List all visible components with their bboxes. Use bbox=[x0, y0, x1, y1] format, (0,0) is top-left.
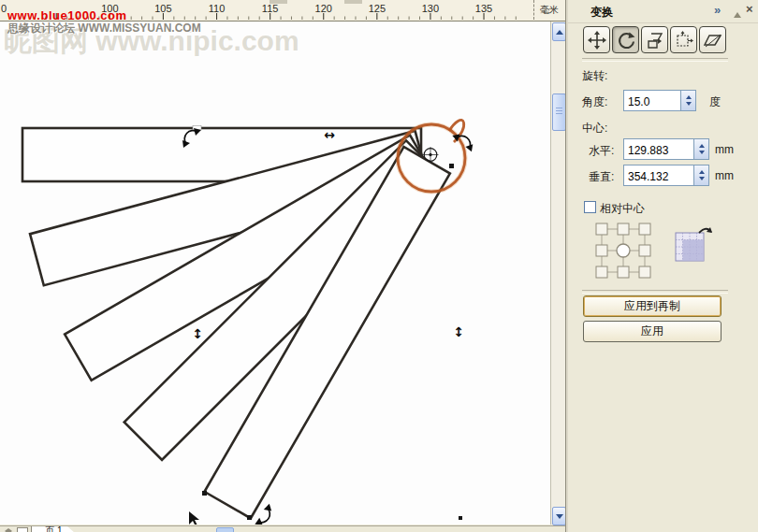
scale-mirror-tool-button[interactable] bbox=[641, 26, 668, 53]
vertical-scrollbar[interactable] bbox=[550, 21, 566, 525]
spinner-down-icon[interactable] bbox=[681, 101, 695, 111]
ruler-number: 135 bbox=[475, 3, 492, 14]
skew-handle-icon[interactable]: ↔ bbox=[324, 127, 335, 142]
skew-handle-icon[interactable]: ↕ bbox=[192, 326, 203, 341]
vertical-label: 垂直: bbox=[589, 169, 614, 185]
ruler-number: 125 bbox=[369, 3, 386, 14]
page-navigator-bar[interactable]: 页 1 bbox=[0, 525, 565, 532]
transform-docker: 变换 » × bbox=[568, 0, 758, 532]
dock-collapse-icon[interactable]: » bbox=[714, 3, 721, 17]
spinner-up-icon[interactable] bbox=[681, 91, 695, 101]
selection-handle[interactable] bbox=[449, 164, 454, 168]
angle-unit-label: 度 bbox=[709, 94, 721, 110]
anchor-right[interactable] bbox=[639, 245, 650, 256]
transform-tool-row bbox=[583, 26, 726, 53]
anchor-top-left[interactable] bbox=[596, 223, 607, 235]
rotation-anchor-grid[interactable] bbox=[589, 220, 658, 281]
angle-label: 角度: bbox=[582, 94, 607, 110]
prev-page-icon[interactable] bbox=[2, 528, 8, 532]
docker-header: 变换 » × bbox=[568, 0, 758, 23]
position-tool-button[interactable] bbox=[583, 26, 610, 53]
spinner-up-icon[interactable] bbox=[694, 139, 708, 150]
relative-center-checkbox[interactable] bbox=[584, 201, 596, 213]
scroll-up-button[interactable] bbox=[552, 22, 566, 41]
ruler-number: 120 bbox=[315, 3, 332, 14]
vertical-field bbox=[623, 165, 709, 186]
size-tool-button[interactable] bbox=[670, 26, 697, 53]
skew-icon bbox=[703, 30, 723, 50]
ruler-number: 110 bbox=[209, 3, 226, 14]
horizontal-input[interactable] bbox=[624, 139, 693, 159]
selection-handle[interactable] bbox=[202, 491, 207, 496]
anchor-bottom[interactable] bbox=[618, 266, 629, 278]
anchor-bottom-left[interactable] bbox=[596, 266, 607, 278]
anchor-bottom-right[interactable] bbox=[639, 266, 650, 278]
horizontal-field bbox=[623, 138, 709, 160]
separator bbox=[582, 58, 728, 62]
vertical-unit-label: mm bbox=[715, 169, 734, 182]
selection-handle[interactable] bbox=[247, 515, 252, 520]
spinner-down-icon[interactable] bbox=[694, 176, 708, 186]
anchor-left[interactable] bbox=[596, 245, 607, 256]
apply-button[interactable]: 应用 bbox=[583, 321, 722, 342]
selection-handle[interactable] bbox=[459, 516, 462, 520]
page-tab[interactable]: 页 1 bbox=[31, 526, 76, 532]
scrollbar-thumb[interactable] bbox=[552, 93, 566, 131]
move-icon bbox=[587, 30, 607, 50]
angle-field bbox=[623, 90, 696, 111]
dock-close-icon[interactable]: × bbox=[746, 2, 753, 16]
anchor-top[interactable] bbox=[618, 223, 629, 235]
angle-input[interactable] bbox=[624, 91, 680, 110]
watermark-missyuan: 思缘设计论坛 WWW.MISSYUAN.COM bbox=[7, 21, 201, 36]
skew-handle-icon[interactable]: ↕ bbox=[453, 324, 464, 339]
chevron-up-icon bbox=[556, 26, 563, 35]
app-window: { "watermarks": { "red": "www.blue1000.c… bbox=[0, 0, 758, 532]
size-icon bbox=[674, 30, 694, 50]
angle-spinner bbox=[680, 91, 695, 110]
toolbar-stub bbox=[344, 0, 362, 4]
horizontal-label: 水平: bbox=[589, 143, 614, 159]
rotate-tool-button[interactable] bbox=[612, 26, 639, 53]
horizontal-spinner bbox=[693, 139, 708, 159]
copies-grid-icon bbox=[673, 224, 716, 266]
center-section-label: 中心: bbox=[582, 121, 607, 137]
watermark-blue1000: www.blue1000.com bbox=[7, 8, 126, 22]
scroll-down-button[interactable] bbox=[552, 507, 566, 525]
docker-title: 变换 bbox=[590, 5, 613, 21]
skew-tool-button[interactable] bbox=[699, 26, 726, 53]
add-page-icon[interactable] bbox=[17, 527, 28, 532]
drawing-canvas[interactable]: ↔↕↕ bbox=[0, 21, 550, 525]
chevron-down-icon bbox=[556, 514, 563, 523]
rotation-section-label: 旋转: bbox=[582, 68, 607, 84]
dock-rollup-icon[interactable] bbox=[734, 8, 741, 18]
separator bbox=[582, 290, 728, 294]
anchor-top-right[interactable] bbox=[639, 223, 650, 235]
ruler-unit-label: 毫米 bbox=[540, 4, 559, 17]
relative-center-label: 相对中心 bbox=[600, 201, 645, 217]
anchor-center-selected[interactable] bbox=[617, 244, 630, 257]
next-page-icon[interactable] bbox=[8, 528, 15, 532]
spinner-down-icon[interactable] bbox=[694, 150, 708, 160]
ruler-number: 115 bbox=[262, 3, 279, 14]
apply-to-duplicate-button[interactable]: 应用到再制 bbox=[583, 295, 722, 317]
scale-mirror-icon bbox=[645, 30, 665, 50]
ruler-number: 130 bbox=[422, 3, 439, 14]
horizontal-scroll-button[interactable] bbox=[216, 527, 234, 532]
mouse-cursor bbox=[189, 511, 199, 525]
vertical-spinner bbox=[693, 165, 708, 185]
ruler-number: 105 bbox=[154, 3, 171, 14]
ruler-origin-label: 0 bbox=[1, 3, 7, 14]
spinner-up-icon[interactable] bbox=[694, 165, 708, 176]
vertical-input[interactable] bbox=[624, 165, 693, 185]
rotate-icon bbox=[616, 30, 636, 50]
toolbar-stub bbox=[270, 0, 287, 4]
fan-drawing: ↔↕↕ bbox=[0, 21, 550, 525]
ruler-divider bbox=[533, 0, 534, 20]
horizontal-unit-label: mm bbox=[715, 143, 734, 156]
